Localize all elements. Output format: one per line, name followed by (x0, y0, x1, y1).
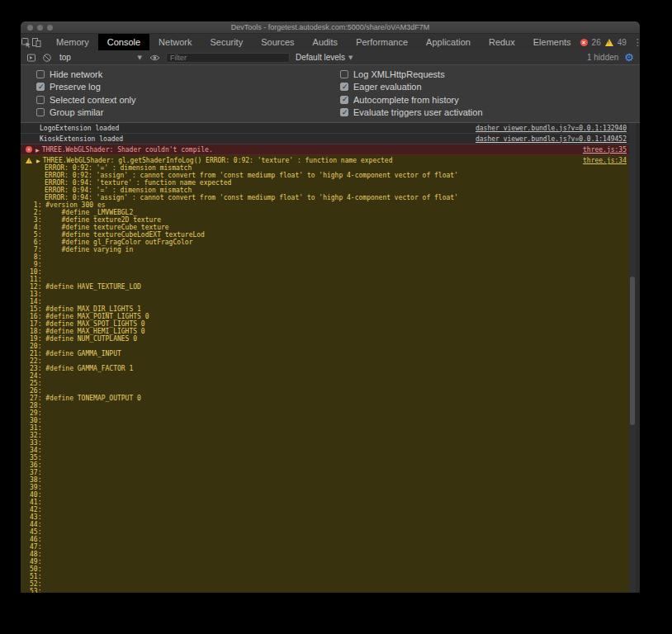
source-location-link[interactable]: dasher_viewer.bundle.js?v=0.0.1:132940 (476, 125, 627, 132)
chevron-down-icon: ▼ (138, 54, 142, 61)
setting-label: Selected context only (50, 95, 136, 105)
log-message-text: LogoExtension loaded (40, 125, 119, 132)
console-warning-row: ! ▶ THREE.WebGLShader: gl.getShaderInfoL… (21, 155, 629, 593)
clear-console-button[interactable] (42, 53, 52, 63)
console-settings-gear-icon[interactable]: ⚙ (624, 52, 634, 63)
shader-source-listing: 1: #version 300 es 2: #define _LMVWEBGL2… (21, 201, 629, 593)
console-messages-area: LogoExtension loaded dasher_viewer.bundl… (21, 123, 640, 593)
setting-group-similar[interactable]: Group similar (36, 107, 340, 117)
inspect-element-button[interactable] (21, 34, 31, 50)
devtools-menu-button[interactable]: ⋮ (631, 37, 640, 48)
setting-eager-evaluation[interactable]: Eager evaluation (340, 82, 483, 92)
tab-sources[interactable]: Sources (252, 34, 303, 50)
setting-label: Group similar (50, 107, 103, 117)
context-value: top (59, 53, 71, 62)
setting-autocomplete-from-history[interactable]: Autocomplete from history (340, 95, 483, 105)
warning-icon: ! (26, 158, 32, 163)
minimize-window-button[interactable] (37, 25, 43, 31)
chevron-down-icon: ▼ (348, 54, 353, 61)
zoom-window-button[interactable] (47, 25, 53, 31)
setting-label: Eager evaluation (353, 82, 422, 92)
console-sidebar-toggle-button[interactable] (26, 53, 36, 63)
device-toolbar-icon (31, 37, 42, 48)
console-log-row: LogoExtension loaded dasher_viewer.bundl… (21, 123, 629, 134)
warning-message-text: THREE.WebGLShader: gl.getShaderInfoLog()… (43, 157, 393, 164)
live-expression-button[interactable] (149, 54, 160, 62)
console-scrollbar-track[interactable] (629, 123, 636, 593)
tab-elements[interactable]: Elements (524, 34, 580, 50)
tab-network[interactable]: Network (149, 34, 201, 50)
log-message-text: KioskExtension loaded (40, 135, 123, 143)
window-title: DevTools - forgetest.autodesk.com:5000/s… (231, 23, 429, 31)
tab-console[interactable]: Console (98, 34, 149, 50)
console-scrollbar-thumb[interactable] (630, 277, 635, 425)
clear-console-icon (42, 53, 52, 63)
setting-selected-context-only[interactable]: Selected context only (36, 95, 340, 105)
checkbox-icon[interactable] (340, 108, 348, 116)
console-log-row: KioskExtension loaded dasher_viewer.bund… (21, 134, 629, 144)
devtools-tab-bar: Memory Console Network Security Sources … (21, 34, 640, 50)
tab-memory[interactable]: Memory (47, 34, 98, 50)
source-location-link[interactable]: three.js:34 (583, 157, 627, 164)
hidden-messages-count: 1 hidden (587, 53, 618, 62)
log-levels-value: Default levels (296, 53, 345, 62)
error-count: 26 (592, 38, 601, 47)
setting-evaluate-triggers-user-activation[interactable]: Evaluate triggers user activation (340, 107, 483, 117)
expand-triangle-icon[interactable]: ▶ (36, 158, 40, 163)
setting-label: Evaluate triggers user activation (353, 107, 483, 117)
devtools-window: DevTools - forgetest.autodesk.com:5000/s… (21, 21, 640, 593)
eye-icon (149, 54, 160, 62)
setting-hide-network[interactable]: Hide network (36, 69, 340, 79)
tab-redux[interactable]: Redux (480, 34, 524, 50)
setting-label: Log XMLHttpRequests (353, 69, 445, 79)
error-icon: × (26, 146, 32, 153)
console-settings-pane: Hide network Preserve log Selected conte… (21, 65, 640, 123)
setting-label: Autocomplete from history (353, 95, 459, 105)
title-bar[interactable]: DevTools - forgetest.autodesk.com:5000/s… (21, 21, 640, 34)
checkbox-icon[interactable] (36, 70, 45, 78)
checkbox-icon[interactable] (36, 108, 45, 116)
tabbar-status: × 26 ! 49 ⋮ (580, 34, 640, 50)
filter-input[interactable] (166, 53, 290, 63)
error-badge-icon[interactable]: × (580, 39, 588, 46)
setting-label: Hide network (50, 69, 102, 79)
checkbox-icon[interactable] (340, 96, 348, 104)
checkbox-icon[interactable] (340, 83, 348, 91)
warning-badge-icon[interactable]: ! (605, 39, 613, 46)
javascript-context-select[interactable]: top ▼ (58, 53, 144, 62)
tab-audits[interactable]: Audits (304, 34, 348, 50)
traffic-lights (27, 25, 53, 31)
error-message-text: THREE.WebGLShader: Shader couldn't compi… (42, 146, 213, 154)
warning-detail-lines: ERROR: 0:92: '=' : dimension mismatch ER… (21, 164, 629, 201)
console-error-row: × ▶ THREE.WebGLShader: Shader couldn't c… (21, 144, 629, 155)
checkbox-icon[interactable] (36, 83, 45, 91)
inspect-cursor-icon (21, 37, 31, 48)
setting-preserve-log[interactable]: Preserve log (36, 82, 340, 92)
checkbox-icon[interactable] (340, 70, 348, 78)
expand-triangle-icon[interactable]: ▶ (35, 147, 40, 153)
toggle-device-toolbar-button[interactable] (31, 34, 42, 50)
tab-performance[interactable]: Performance (347, 34, 417, 50)
checkbox-icon[interactable] (36, 96, 45, 104)
console-sidebar-icon (26, 53, 36, 63)
setting-log-xmlhttprequests[interactable]: Log XMLHttpRequests (340, 69, 483, 79)
console-toolbar: top ▼ Default levels ▼ 1 hidden ⚙ (21, 50, 640, 65)
warning-count: 49 (618, 38, 627, 47)
close-window-button[interactable] (27, 25, 33, 31)
setting-label: Preserve log (50, 82, 101, 92)
log-levels-select[interactable]: Default levels ▼ (296, 53, 353, 62)
source-location-link[interactable]: three.js:35 (583, 146, 627, 154)
tab-application[interactable]: Application (417, 34, 480, 50)
tab-security[interactable]: Security (201, 34, 252, 50)
source-location-link[interactable]: dasher_viewer.bundle.js?v=0.0.1:149452 (476, 135, 627, 143)
